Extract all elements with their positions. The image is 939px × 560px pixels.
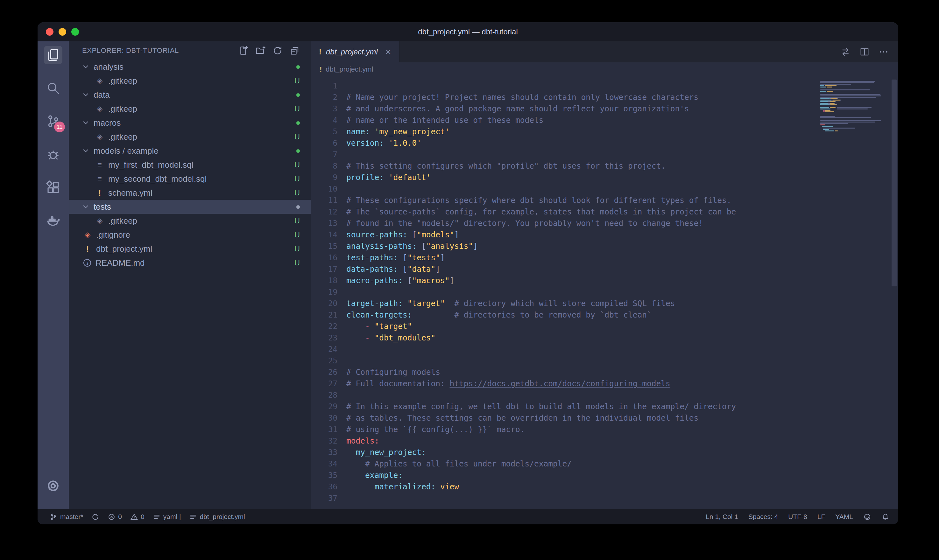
code-line[interactable]: 35 example: [311, 470, 898, 481]
file-tree: analysis◈.gitkeepUdata◈.gitkeepUmacros◈.… [69, 60, 311, 509]
code-line[interactable]: 34 # Applies to all files under models/e… [311, 458, 898, 470]
git-status-untracked: U [294, 105, 300, 113]
code-line[interactable]: 37 [311, 492, 898, 504]
tree-item--gitkeep[interactable]: ◈.gitkeepU [69, 102, 311, 116]
git-status-untracked: U [294, 188, 300, 197]
tree-item-readme-md[interactable]: iREADME.mdU [69, 256, 311, 270]
code-line[interactable]: 10 [311, 183, 898, 195]
code-line[interactable]: 28 [311, 389, 898, 401]
tree-item-data[interactable]: data [69, 88, 311, 102]
status-smiley[interactable] [863, 513, 871, 521]
more-editor-button[interactable] [879, 47, 889, 57]
code-line[interactable]: 25 [311, 355, 898, 366]
activity-item-explorer[interactable] [44, 46, 62, 64]
code-line[interactable]: 1 [311, 80, 898, 92]
list-icon [153, 513, 161, 521]
code-line[interactable]: 31# using the `{{ config(...) }}` macro. [311, 424, 898, 435]
tree-item-tests[interactable]: tests [69, 200, 311, 214]
code-line[interactable]: 30# as tables. These settings can be ove… [311, 412, 898, 424]
code-line[interactable]: 13# found in the "models/" directory. Yo… [311, 218, 898, 229]
code-line[interactable]: 36 materialized: view [311, 481, 898, 492]
code-line[interactable]: 22 - "target" [311, 321, 898, 332]
code-line[interactable]: 2# Name your project! Project names shou… [311, 92, 898, 103]
code-line[interactable]: 12# The `source-paths` config, for examp… [311, 206, 898, 218]
code-line[interactable]: 14source-paths: ["models"] [311, 229, 898, 240]
code-line[interactable]: 32models: [311, 435, 898, 447]
new-file-button[interactable] [238, 46, 248, 56]
code-line[interactable]: 5name: 'my_new_project' [311, 126, 898, 137]
status-yaml-[interactable]: yaml | [153, 513, 181, 521]
code-line[interactable]: 17data-paths: ["data"] [311, 263, 898, 275]
close-icon[interactable]: × [385, 47, 391, 57]
minimap[interactable] [820, 79, 889, 133]
code-line[interactable]: 6version: '1.0.0' [311, 137, 898, 149]
git-file-icon: ◈ [95, 216, 104, 225]
tree-item-my-first-dbt-model-sql[interactable]: ≡my_first_dbt_model.sqlU [69, 158, 311, 172]
activity-item-debug[interactable] [44, 145, 62, 163]
status-master-[interactable]: master* [50, 513, 83, 521]
tree-item-my-second-dbt-model-sql[interactable]: ≡my_second_dbt_model.sqlU [69, 172, 311, 186]
tree-item-models-example[interactable]: models / example [69, 144, 311, 158]
code-line[interactable]: 9profile: 'default' [311, 172, 898, 183]
code-line[interactable]: 7 [311, 149, 898, 160]
status-0[interactable]: 0 [130, 513, 145, 521]
status-spaces-4[interactable]: Spaces: 4 [748, 513, 778, 520]
git-file-icon: ◈ [95, 105, 104, 113]
line-number: 24 [311, 344, 337, 355]
status-dbt-project-yml[interactable]: dbt_project.yml [189, 513, 245, 521]
tree-item-label: .gitkeep [108, 216, 137, 226]
tree-item-label: models / example [94, 146, 159, 156]
status-yaml[interactable]: YAML [835, 513, 853, 520]
code-line[interactable]: 15analysis-paths: ["analysis"] [311, 240, 898, 252]
status-bell[interactable] [881, 513, 889, 521]
code-line[interactable]: 27# Full documentation: https://docs.get… [311, 378, 898, 389]
tree-item-dbt-project-yml[interactable]: !dbt_project.ymlU [69, 242, 311, 256]
split-editor-button[interactable] [859, 47, 870, 57]
tree-item-schema-yml[interactable]: !schema.ymlU [69, 186, 311, 200]
activity-item-docker[interactable] [44, 211, 62, 230]
tree-item-analysis[interactable]: analysis [69, 60, 311, 74]
status-sync[interactable] [91, 513, 99, 521]
code-line[interactable]: 26# Configuring models [311, 366, 898, 378]
code-line[interactable]: 23 - "dbt_modules" [311, 332, 898, 344]
code-line[interactable]: 33 my_new_project: [311, 447, 898, 458]
activity-item-settings[interactable] [44, 477, 62, 495]
code-line[interactable]: 19 [311, 286, 898, 298]
status-label: dbt_project.yml [200, 513, 245, 520]
code-line[interactable]: 16test-paths: ["tests"] [311, 252, 898, 263]
code-line[interactable]: 29# In this example config, we tell dbt … [311, 401, 898, 412]
window-title: dbt_project.yml — dbt-tutorial [38, 28, 898, 36]
tree-item--gitignore[interactable]: ◈.gitignoreU [69, 228, 311, 242]
activity-item-search[interactable] [44, 79, 62, 97]
code-editor[interactable]: 12# Name your project! Project names sho… [311, 76, 898, 504]
collapse-all-button[interactable] [289, 46, 300, 56]
activity-item-extensions[interactable] [44, 178, 62, 197]
tree-item--gitkeep[interactable]: ◈.gitkeepU [69, 214, 311, 228]
tree-item--gitkeep[interactable]: ◈.gitkeepU [69, 74, 311, 88]
tree-item-macros[interactable]: macros [69, 116, 311, 130]
code-line[interactable]: 18macro-paths: ["macros"] [311, 275, 898, 286]
code-line[interactable]: 20target-path: "target" # directory whic… [311, 298, 898, 309]
code-line[interactable]: 3# and underscores. A good package name … [311, 103, 898, 115]
code-line[interactable]: 11# These configurations specify where d… [311, 195, 898, 206]
status-lf[interactable]: LF [817, 513, 825, 520]
code-line[interactable]: 24 [311, 344, 898, 355]
zoom-button[interactable] [71, 28, 79, 35]
status-0[interactable]: 0 [108, 513, 122, 521]
code-line[interactable]: 21clean-targets: # directories to be rem… [311, 309, 898, 321]
compare-editor-button[interactable] [840, 47, 851, 57]
line-number: 5 [311, 126, 337, 137]
status-utf-8[interactable]: UTF-8 [788, 513, 807, 520]
status-ln-1-col-1[interactable]: Ln 1, Col 1 [706, 513, 738, 520]
scrollbar[interactable] [891, 80, 897, 286]
code-line[interactable]: 8# This setting configures which "profil… [311, 160, 898, 172]
refresh-button[interactable] [272, 46, 283, 56]
tree-item--gitkeep[interactable]: ◈.gitkeepU [69, 130, 311, 144]
activity-item-source-control[interactable]: 11 [44, 112, 62, 131]
close-button[interactable] [46, 28, 54, 35]
new-folder-button[interactable] [255, 46, 265, 56]
minimize-button[interactable] [58, 28, 66, 35]
code-line[interactable]: 4# name or the intended use of these mod… [311, 115, 898, 126]
breadcrumb[interactable]: ! dbt_project.yml [311, 62, 898, 76]
tab-dbt-project-yml[interactable]: ! dbt_project.yml × [311, 42, 399, 62]
